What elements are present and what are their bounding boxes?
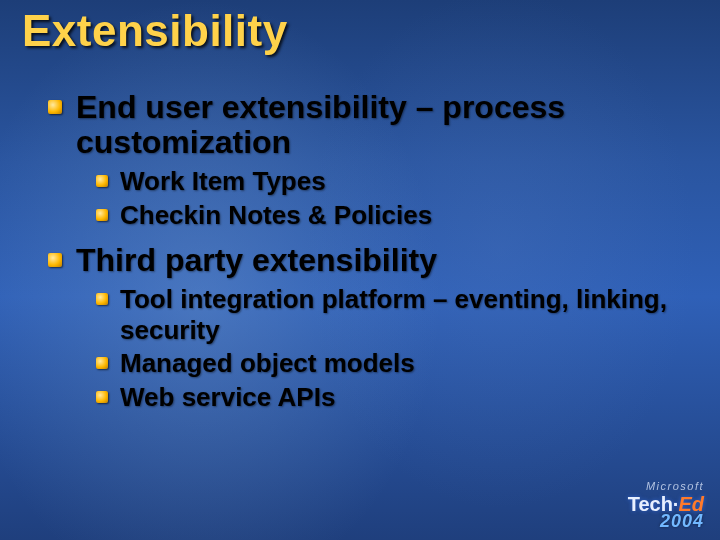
- slide-title: Extensibility: [22, 6, 288, 56]
- footer-branding: Microsoft Tech·Ed 2004: [628, 481, 704, 530]
- bullet-level1: Third party extensibility: [48, 243, 690, 278]
- bullet-icon: [96, 175, 108, 187]
- company-label: Microsoft: [628, 481, 704, 492]
- bullet-level1: End user extensibility – process customi…: [48, 90, 690, 160]
- content-area: End user extensibility – process customi…: [48, 90, 690, 415]
- bullet-level2: Managed object models: [96, 348, 690, 379]
- bullet-icon: [48, 253, 62, 267]
- bullet-level2: Checkin Notes & Policies: [96, 200, 690, 231]
- bullet-text: Managed object models: [120, 348, 690, 379]
- bullet-icon: [96, 293, 108, 305]
- bullet-icon: [96, 357, 108, 369]
- bullet-text: Third party extensibility: [76, 243, 690, 278]
- bullet-text: Tool integration platform – eventing, li…: [120, 284, 690, 346]
- slide: Extensibility End user extensibility – p…: [0, 0, 720, 540]
- bullet-text: Web service APIs: [120, 382, 690, 413]
- bullet-text: Checkin Notes & Policies: [120, 200, 690, 231]
- bullet-level2: Tool integration platform – eventing, li…: [96, 284, 690, 346]
- bullet-level2: Work Item Types: [96, 166, 690, 197]
- bullet-icon: [96, 391, 108, 403]
- bullet-text: End user extensibility – process customi…: [76, 90, 690, 160]
- bullet-icon: [96, 209, 108, 221]
- bullet-icon: [48, 100, 62, 114]
- bullet-level2: Web service APIs: [96, 382, 690, 413]
- bullet-text: Work Item Types: [120, 166, 690, 197]
